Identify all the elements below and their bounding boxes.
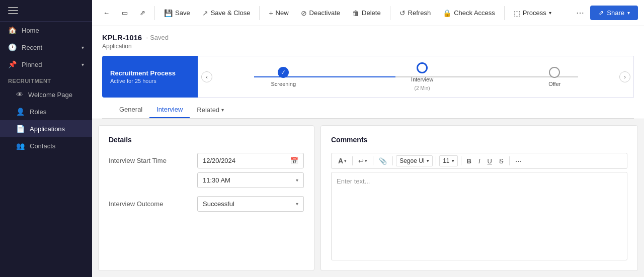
save-button[interactable]: 💾 Save <box>159 6 195 20</box>
sidebar-item-pinned[interactable]: 📌 Pinned ▾ <box>0 56 92 73</box>
deactivate-button[interactable]: ⊘ Deactivate <box>296 6 345 20</box>
strikethrough-button[interactable]: S <box>497 156 506 166</box>
interview-outcome-label: Interview Outcome <box>109 196 189 208</box>
delete-label: Delete <box>362 9 381 17</box>
sidebar-item-label: Roles <box>30 108 46 116</box>
underline-button[interactable]: U <box>485 156 495 166</box>
comments-text-area[interactable]: Enter text... <box>331 172 627 260</box>
chevron-down-icon: ▾ <box>296 177 298 183</box>
step-interview[interactable]: Interview (2 Min) <box>411 62 433 91</box>
toolbar-divider-5 <box>461 156 461 165</box>
home-icon: 🏠 <box>8 26 17 34</box>
font-size-select[interactable]: 11 ▾ <box>439 155 457 166</box>
grid-view-button[interactable]: ▭ <box>117 6 133 20</box>
undo-button[interactable]: ↩ ▾ <box>356 156 370 166</box>
field-row-interview-start-time: Interview Start Time 12/20/2024 📅 11:30 … <box>109 153 304 188</box>
attachment-icon: 📎 <box>379 157 387 165</box>
font-chevron-icon: ▾ <box>427 158 429 163</box>
date-input[interactable]: 12/20/2024 📅 <box>197 153 304 168</box>
record-type: Application <box>102 43 634 50</box>
sidebar-item-label: Applications <box>30 125 65 133</box>
field-row-interview-outcome: Interview Outcome Successful ▾ <box>109 196 304 212</box>
step-screening[interactable]: ✓ Screening <box>271 67 296 87</box>
format-chevron-icon: ▾ <box>344 158 347 163</box>
comments-title: Comments <box>331 136 627 144</box>
popup-button[interactable]: ⇗ <box>135 6 150 20</box>
font-size-value: 11 <box>443 157 449 164</box>
tab-interview[interactable]: Interview <box>149 102 190 118</box>
font-name-select[interactable]: Segoe UI ▾ <box>396 155 433 166</box>
step-circle-offer <box>549 67 560 78</box>
interview-start-time-inputs: 12/20/2024 📅 11:30 AM ▾ <box>197 153 304 188</box>
tab-general[interactable]: General <box>112 102 149 118</box>
check-access-button[interactable]: 🔒 Check Access <box>438 6 500 20</box>
step-label-offer: Offer <box>548 81 560 87</box>
process-nav: ‹ ✓ Screening Interview (2 Min) <box>198 56 634 98</box>
attachment-button[interactable]: 📎 <box>376 156 389 166</box>
toolbar-divider-4 <box>504 6 505 20</box>
sidebar-item-label: Welcome Page <box>28 91 72 99</box>
outcome-value: Successful <box>203 200 234 208</box>
process-container: Recruitment Process Active for 25 hours … <box>102 56 634 98</box>
sidebar-item-welcome-page[interactable]: 👁 Welcome Page <box>0 86 92 103</box>
sidebar-item-label: Recent <box>22 44 42 51</box>
pin-icon: 📌 <box>8 60 17 68</box>
comments-toolbar: A ▾ ↩ ▾ 📎 Segoe UI ▾ <box>331 153 627 169</box>
delete-button[interactable]: 🗑 Delete <box>347 6 386 20</box>
time-value: 11:30 AM <box>203 176 230 184</box>
process-button[interactable]: ⬚ Process ▾ <box>509 6 556 20</box>
process-stage-button[interactable]: Recruitment Process Active for 25 hours <box>102 56 198 98</box>
process-next-button[interactable]: › <box>619 71 630 82</box>
process-icon: ⬚ <box>514 9 520 17</box>
step-sub-interview: (2 Min) <box>415 85 430 91</box>
tab-related[interactable]: Related ▾ <box>190 102 231 118</box>
new-button[interactable]: + New <box>264 6 293 20</box>
step-offer[interactable]: Offer <box>548 67 560 87</box>
format-text-button[interactable]: A ▾ <box>336 155 349 166</box>
time-input[interactable]: 11:30 AM ▾ <box>197 172 304 188</box>
content-area: Details Interview Start Time 12/20/2024 … <box>92 119 644 277</box>
related-label: Related <box>197 106 219 114</box>
applications-icon: 📄 <box>16 125 25 133</box>
new-label: New <box>276 9 289 17</box>
sidebar-item-recent[interactable]: 🕐 Recent ▾ <box>0 39 92 56</box>
back-button[interactable]: ← <box>98 6 115 20</box>
deactivate-label: Deactivate <box>309 9 340 17</box>
chevron-down-icon: ▾ <box>82 45 84 50</box>
undo-icon: ↩ <box>358 157 364 165</box>
related-chevron-icon: ▾ <box>221 107 224 113</box>
sidebar-item-contacts[interactable]: 👥 Contacts <box>0 137 92 154</box>
popup-icon: ⇗ <box>140 9 145 17</box>
italic-button[interactable]: I <box>476 156 483 166</box>
save-close-icon: ↗ <box>202 9 208 17</box>
share-button[interactable]: ⇗ Share ▾ <box>590 6 638 20</box>
toolbar-divider-3 <box>390 6 390 20</box>
calendar-icon: 📅 <box>290 157 298 164</box>
tabs: General Interview Related ▾ <box>102 102 634 119</box>
font-name-value: Segoe UI <box>399 157 425 164</box>
main-content: ← ▭ ⇗ 💾 Save ↗ Save & Close + New ⊘ Deac… <box>92 0 644 277</box>
refresh-button[interactable]: ↺ Refresh <box>394 6 436 20</box>
more-options-button[interactable]: ⋯ <box>572 5 588 21</box>
sidebar-item-roles[interactable]: 👤 Roles <box>0 103 92 120</box>
toolbar-divider-2 <box>259 6 260 20</box>
more-format-button[interactable]: ⋯ <box>513 156 524 166</box>
outcome-select[interactable]: Successful ▾ <box>197 196 304 212</box>
share-icon: ⇗ <box>598 9 604 17</box>
deactivate-icon: ⊘ <box>301 9 307 17</box>
process-prev-button[interactable]: ‹ <box>201 71 212 82</box>
save-close-label: Save & Close <box>211 9 251 17</box>
chevron-down-icon: ▾ <box>82 62 84 67</box>
hamburger-menu[interactable] <box>8 7 18 14</box>
step-circle-screening: ✓ <box>278 67 289 78</box>
grid-icon: ▭ <box>122 9 128 17</box>
check-access-icon: 🔒 <box>443 9 451 17</box>
sidebar-item-home[interactable]: 🏠 Home <box>0 22 92 39</box>
record-status: - Saved <box>146 34 169 41</box>
sidebar-section-recruitment: Recruitment <box>0 73 92 86</box>
bold-button[interactable]: B <box>464 156 474 166</box>
save-close-button[interactable]: ↗ Save & Close <box>197 6 256 20</box>
share-chevron-icon: ▾ <box>627 10 630 16</box>
sidebar-item-applications[interactable]: 📄 Applications <box>0 120 92 137</box>
details-title: Details <box>109 136 304 144</box>
